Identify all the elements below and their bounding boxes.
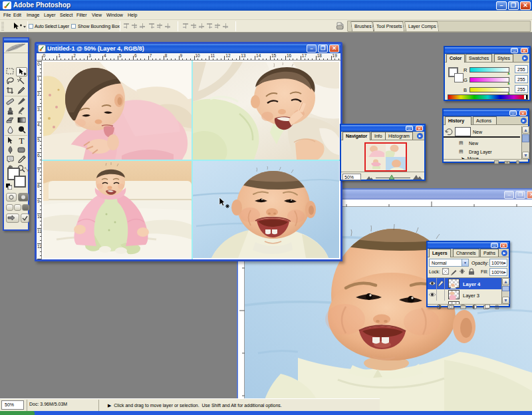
svg-text:T: T bbox=[19, 136, 25, 145]
